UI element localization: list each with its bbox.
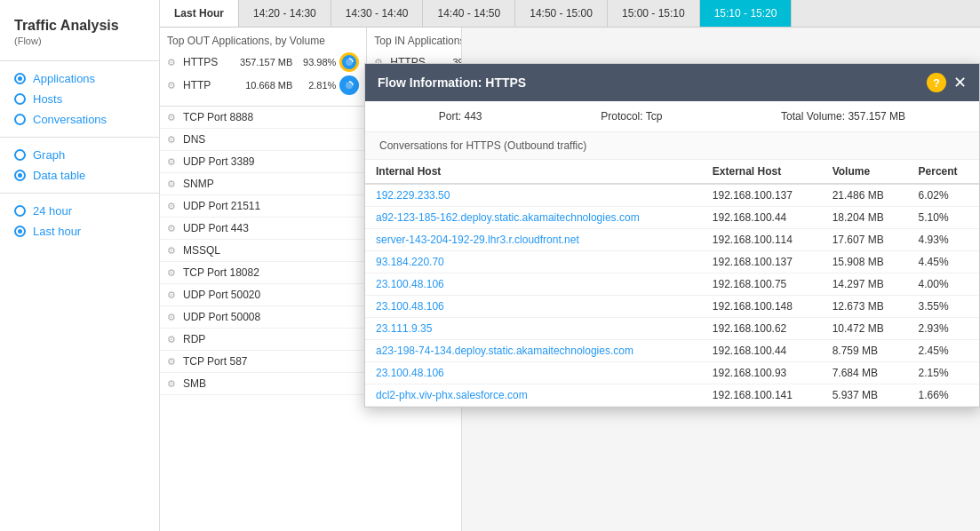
- top-out-title: Top OUT Applications, by Volume: [167, 35, 359, 47]
- gear-icon: ⚙: [167, 156, 179, 168]
- internal-host-cell[interactable]: 93.184.220.70: [365, 251, 702, 273]
- sidebar-item-conversations[interactable]: Conversations: [0, 109, 159, 130]
- volume-cell: 10.472 MB: [822, 318, 908, 340]
- gear-icon: ⚙: [167, 356, 179, 368]
- gear-icon: ⚙: [167, 178, 179, 190]
- flow-info-btn-out-1[interactable]: [339, 75, 359, 95]
- sidebar-label-graph: Graph: [33, 148, 65, 162]
- top-out-row-0: ⚙ HTTPS 357.157 MB 93.98%: [167, 52, 359, 72]
- internal-host-cell[interactable]: 23.100.48.106: [365, 273, 702, 296]
- radio-applications: [14, 73, 26, 84]
- percent-cell: 3.55%: [908, 296, 979, 318]
- radio-24hour: [14, 205, 26, 217]
- table-row: 23.100.48.106192.168.100.14812.673 MB3.5…: [365, 296, 979, 318]
- modal-header: Flow Information: HTTPS ? ✕: [365, 64, 979, 101]
- gear-icon: ⚙: [167, 245, 179, 257]
- tab-1450[interactable]: 14:50 - 15:00: [515, 0, 608, 27]
- table-row: 23.100.48.106192.168.100.7514.297 MB4.00…: [365, 273, 979, 296]
- volume-cell: 15.908 MB: [822, 251, 908, 273]
- top-out-panel: Top OUT Applications, by Volume ⚙ HTTPS …: [160, 28, 367, 106]
- gear-icon: ⚙: [167, 112, 179, 123]
- sidebar-item-graph[interactable]: Graph: [0, 145, 159, 165]
- gear-icon: ⚙: [167, 289, 179, 301]
- radio-datatable: [14, 170, 26, 181]
- volume-cell: 14.297 MB: [822, 273, 908, 296]
- table-row: 23.100.48.106192.168.100.937.684 MB2.15%: [365, 362, 979, 384]
- gear-icon: ⚙: [167, 312, 179, 323]
- gear-icon: ⚙: [167, 201, 179, 212]
- internal-host-cell[interactable]: server-143-204-192-29.lhr3.r.cloudfront.…: [365, 229, 702, 251]
- modal-title: Flow Information: HTTPS: [378, 75, 526, 90]
- table-row: 192.229.233.50192.168.100.13721.486 MB6.…: [365, 184, 979, 207]
- volume-cell: 17.607 MB: [822, 229, 908, 251]
- external-host-cell: 192.168.100.44: [702, 207, 822, 229]
- external-host-cell: 192.168.100.44: [702, 340, 822, 362]
- internal-host-cell[interactable]: 23.100.48.106: [365, 296, 702, 318]
- sidebar-item-datatable[interactable]: Data table: [0, 165, 159, 186]
- flow-info-modal: Flow Information: HTTPS ? ✕ Port: 443 Pr…: [364, 63, 980, 408]
- sidebar-item-applications[interactable]: Applications: [0, 68, 159, 89]
- percent-cell: 2.15%: [908, 362, 979, 384]
- table-row: 93.184.220.70192.168.100.13715.908 MB4.4…: [365, 251, 979, 273]
- sidebar: Traffic Analysis (Flow) Applications Hos…: [0, 0, 160, 531]
- internal-host-cell[interactable]: 192.229.233.50: [365, 184, 702, 207]
- internal-host-cell[interactable]: dcl2-phx.viv-phx.salesforce.com: [365, 384, 702, 407]
- internal-host-cell[interactable]: a92-123-185-162.deploy.static.akamaitech…: [365, 207, 702, 229]
- tab-1430[interactable]: 14:30 - 14:40: [331, 0, 424, 27]
- table-row: a92-123-185-162.deploy.static.akamaitech…: [365, 207, 979, 229]
- sidebar-label-datatable: Data table: [33, 169, 85, 182]
- tab-1500[interactable]: 15:00 - 15:10: [608, 0, 700, 27]
- tab-1510[interactable]: 15:10 - 15:20: [700, 0, 793, 27]
- internal-host-cell[interactable]: a23-198-74-134.deploy.static.akamaitechn…: [365, 340, 702, 362]
- gear-icon: ⚙: [167, 223, 179, 234]
- percent-cell: 2.45%: [908, 340, 979, 362]
- radio-hosts: [14, 93, 26, 105]
- external-host-cell: 192.168.100.75: [702, 273, 822, 296]
- sidebar-label-24hour: 24 hour: [33, 204, 72, 218]
- modal-protocol: Protocol: Tcp: [601, 110, 662, 123]
- table-row: 23.111.9.35192.168.100.6210.472 MB2.93%: [365, 318, 979, 340]
- external-host-cell: 192.168.100.62: [702, 318, 822, 340]
- out-app-name-1: HTTP: [183, 79, 218, 91]
- tab-1420[interactable]: 14:20 - 14:30: [239, 0, 331, 27]
- percent-cell: 6.02%: [908, 184, 979, 207]
- time-bar: Last Hour 14:20 - 14:30 14:30 - 14:40 14…: [160, 0, 980, 28]
- volume-cell: 7.684 MB: [822, 362, 908, 384]
- internal-host-cell[interactable]: 23.111.9.35: [365, 318, 702, 340]
- modal-total-volume: Total Volume: 357.157 MB: [781, 110, 905, 123]
- flow-info-btn-out-0[interactable]: [339, 52, 359, 72]
- external-host-cell: 192.168.100.137: [702, 184, 822, 207]
- sidebar-label-lasthour: Last hour: [33, 225, 81, 238]
- modal-close-button[interactable]: ✕: [953, 75, 967, 91]
- out-app-pct-1: 2.81%: [296, 80, 336, 91]
- external-host-cell: 192.168.100.141: [702, 384, 822, 407]
- modal-help-button[interactable]: ?: [927, 73, 946, 92]
- out-app-size-1: 10.668 MB: [221, 80, 292, 91]
- gear-icon: ⚙: [167, 134, 179, 146]
- modal-info-row: Port: 443 Protocol: Tcp Total Volume: 35…: [365, 101, 979, 132]
- volume-cell: 5.937 MB: [822, 384, 908, 407]
- gear-icon-out-1: ⚙: [167, 80, 179, 91]
- external-host-cell: 192.168.100.148: [702, 296, 822, 318]
- gear-icon: ⚙: [167, 378, 179, 390]
- gear-icon: ⚙: [167, 267, 179, 279]
- percent-cell: 2.93%: [908, 318, 979, 340]
- tab-last-hour[interactable]: Last Hour: [160, 0, 239, 27]
- out-app-name-0: HTTPS: [183, 56, 218, 68]
- app-subtitle: (Flow): [0, 36, 159, 57]
- external-host-cell: 192.168.100.137: [702, 251, 822, 273]
- tab-1440[interactable]: 14:40 - 14:50: [423, 0, 515, 27]
- main-content: Last Hour 14:20 - 14:30 14:30 - 14:40 14…: [160, 0, 980, 531]
- modal-port: Port: 443: [439, 110, 482, 123]
- gear-icon: ⚙: [167, 334, 179, 345]
- volume-cell: 8.759 MB: [822, 340, 908, 362]
- internal-host-cell[interactable]: 23.100.48.106: [365, 362, 702, 384]
- out-app-size-0: 357.157 MB: [221, 57, 292, 67]
- sidebar-item-lasthour[interactable]: Last hour: [0, 221, 159, 242]
- sidebar-item-hosts[interactable]: Hosts: [0, 89, 159, 109]
- sidebar-label-conversations: Conversations: [33, 113, 107, 126]
- sidebar-item-24hour[interactable]: 24 hour: [0, 201, 159, 221]
- col-external-host: External Host: [702, 160, 822, 184]
- modal-table: Internal Host External Host Volume Perce…: [365, 160, 979, 407]
- col-volume: Volume: [822, 160, 908, 184]
